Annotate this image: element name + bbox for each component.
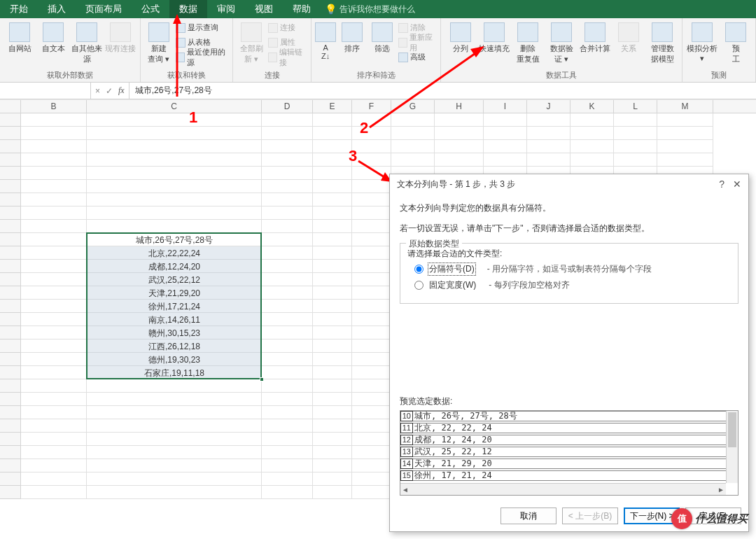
cell[interactable]	[657, 140, 713, 153]
cell[interactable]	[87, 433, 262, 446]
cell[interactable]	[87, 286, 262, 300]
cancel-edit-icon[interactable]: ×	[95, 86, 100, 96]
cell[interactable]	[21, 340, 87, 353]
cell[interactable]	[352, 206, 391, 220]
cell[interactable]	[87, 326, 262, 340]
cell[interactable]	[352, 193, 391, 206]
ribbon-btn-预工[interactable]: 预工	[720, 20, 751, 64]
cell[interactable]	[87, 127, 262, 140]
cell[interactable]	[352, 153, 391, 167]
row-header[interactable]	[0, 379, 21, 393]
row-header[interactable]	[0, 446, 21, 459]
cell[interactable]	[313, 486, 352, 499]
row-header[interactable]	[0, 246, 21, 260]
cell[interactable]	[262, 260, 313, 273]
cell[interactable]	[87, 260, 262, 273]
cell[interactable]	[87, 340, 262, 353]
col-header-C[interactable]: C	[87, 100, 262, 113]
cell[interactable]	[614, 127, 657, 140]
cell[interactable]	[391, 140, 435, 153]
cell[interactable]	[21, 313, 87, 326]
cell[interactable]	[313, 340, 352, 353]
cell[interactable]	[484, 127, 527, 140]
cell[interactable]	[657, 113, 713, 127]
cell[interactable]	[352, 433, 391, 446]
cell[interactable]	[313, 326, 352, 340]
cell[interactable]	[87, 406, 262, 419]
cell[interactable]	[21, 180, 87, 193]
cell[interactable]	[262, 472, 313, 486]
cell[interactable]	[352, 366, 391, 379]
cell[interactable]	[313, 286, 352, 300]
row-header[interactable]	[0, 286, 21, 300]
col-header-L[interactable]: L	[614, 100, 657, 113]
ribbon-btn-管理数据模型[interactable]: 管理数据模型	[647, 20, 678, 64]
cell[interactable]	[262, 246, 313, 260]
cell[interactable]	[21, 140, 87, 153]
cell[interactable]	[262, 406, 313, 419]
cell[interactable]	[21, 286, 87, 300]
back-button[interactable]: < 上一步(B)	[562, 507, 618, 524]
col-header-G[interactable]: G	[391, 100, 435, 113]
tab-开始[interactable]: 开始	[0, 0, 38, 18]
ribbon-small-高级[interactable]: 高级	[398, 50, 436, 64]
ribbon-btn-排序[interactable]: 排序	[338, 20, 365, 54]
cell[interactable]	[313, 393, 352, 406]
cell[interactable]	[313, 353, 352, 366]
cell[interactable]	[21, 127, 87, 140]
cell[interactable]	[87, 193, 262, 206]
cell[interactable]	[313, 180, 352, 193]
cell[interactable]	[21, 419, 87, 433]
ribbon-btn-自网站[interactable]: 自网站	[4, 20, 35, 54]
preview-scrollbar-h[interactable]: ◄►	[400, 483, 726, 495]
cell[interactable]	[21, 260, 87, 273]
cell[interactable]	[313, 419, 352, 433]
cell[interactable]	[313, 193, 352, 206]
cell[interactable]	[313, 472, 352, 486]
cell[interactable]	[484, 113, 527, 127]
tab-公式[interactable]: 公式	[132, 0, 169, 18]
row-header[interactable]	[0, 326, 21, 340]
row-header[interactable]	[0, 486, 21, 499]
cell[interactable]	[352, 353, 391, 366]
cell[interactable]	[435, 127, 484, 140]
cell[interactable]	[262, 326, 313, 340]
cell[interactable]	[313, 113, 352, 127]
cell[interactable]	[87, 486, 262, 499]
cell[interactable]	[87, 472, 262, 486]
cell[interactable]	[313, 446, 352, 459]
cell[interactable]	[21, 379, 87, 393]
cell[interactable]	[87, 153, 262, 167]
cell[interactable]	[21, 433, 87, 446]
cell[interactable]	[570, 127, 614, 140]
cell[interactable]	[352, 140, 391, 153]
row-header[interactable]	[0, 366, 21, 379]
row-header[interactable]	[0, 167, 21, 180]
col-header-F[interactable]: F	[352, 100, 391, 113]
cell[interactable]	[435, 113, 484, 127]
preview-scrollbar-v[interactable]	[726, 411, 738, 484]
cell[interactable]	[484, 153, 527, 167]
cell[interactable]	[21, 167, 87, 180]
cell[interactable]	[527, 127, 570, 140]
cell[interactable]	[262, 113, 313, 127]
cell[interactable]	[262, 353, 313, 366]
cell[interactable]	[313, 140, 352, 153]
row-header[interactable]	[0, 406, 21, 419]
cell[interactable]	[21, 486, 87, 499]
row-header[interactable]	[0, 260, 21, 273]
cell[interactable]	[313, 366, 352, 379]
cancel-button[interactable]: 取消	[500, 507, 556, 524]
cell[interactable]	[21, 366, 87, 379]
cell[interactable]	[352, 446, 391, 459]
cell[interactable]	[352, 260, 391, 273]
cell[interactable]	[87, 273, 262, 286]
cell[interactable]	[262, 313, 313, 326]
dialog-titlebar[interactable]: 文本分列向导 - 第 1 步，共 3 步 ? ✕	[390, 174, 748, 194]
row-header[interactable]	[0, 127, 21, 140]
cell[interactable]	[87, 459, 262, 472]
cell[interactable]	[352, 326, 391, 340]
row-header[interactable]	[0, 472, 21, 486]
cell[interactable]	[21, 393, 87, 406]
close-icon[interactable]: ✕	[733, 178, 741, 190]
